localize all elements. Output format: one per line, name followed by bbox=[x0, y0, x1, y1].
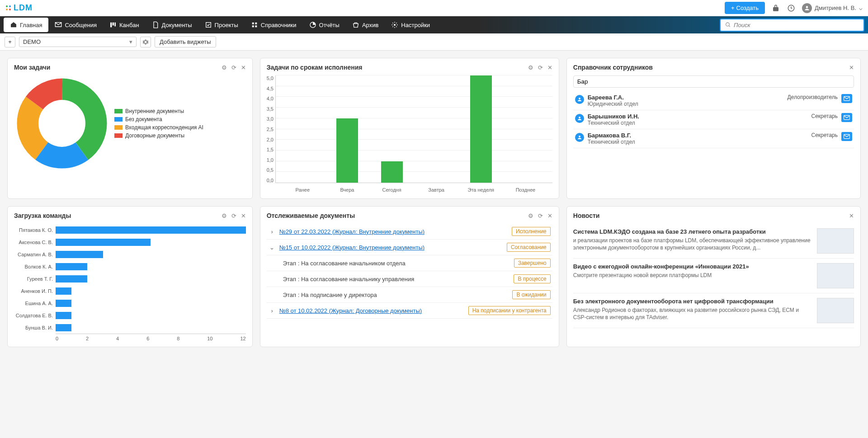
status-badge: Завершено bbox=[514, 259, 551, 268]
settings-button[interactable] bbox=[140, 37, 151, 47]
hbar-row: Солдатова Е. В. bbox=[14, 309, 246, 321]
refresh-icon[interactable]: ⟳ bbox=[538, 212, 543, 219]
lock-icon[interactable] bbox=[771, 4, 780, 13]
close-icon[interactable]: ✕ bbox=[241, 212, 246, 219]
barchart-yaxis: 0,00,51,01,52,02,53,03,54,04,55,0 bbox=[267, 75, 275, 193]
bar-xlabel: Эта неделя bbox=[468, 187, 495, 193]
mail-button[interactable] bbox=[841, 94, 852, 103]
brand-logo: LDM bbox=[5, 3, 33, 13]
news-item[interactable]: Видео с ежегодной онлайн-конференции «Ин… bbox=[573, 259, 854, 293]
svg-point-2 bbox=[6, 9, 8, 10]
close-icon[interactable]: ✕ bbox=[849, 212, 854, 219]
employee-role: Секретарь bbox=[811, 113, 838, 119]
nav-icon bbox=[10, 21, 17, 28]
dashboard-select[interactable]: DEMO bbox=[19, 37, 137, 47]
add-widgets-button[interactable]: Добавить виджеты bbox=[155, 36, 216, 47]
news-title: Система LDM.КЭДО создана на базе 23 летн… bbox=[573, 228, 811, 235]
widget-my-tasks: Мои задачи ⚙ ⟳ ✕ Внутренние документыБез… bbox=[7, 58, 253, 199]
nav-label: Сообщения bbox=[65, 22, 97, 28]
hbar-label: Аксенова С. В. bbox=[14, 240, 56, 245]
topbar: LDM + Создать Дмитриев Н. В. ⌵ bbox=[0, 0, 868, 16]
nav-label: Главная bbox=[20, 22, 42, 28]
employee-row[interactable]: Бареева Г.А.Юридический отделДелопроизво… bbox=[573, 91, 854, 110]
nav-icon bbox=[109, 21, 117, 28]
hbar-label: Гуреев Т. Г. bbox=[14, 276, 56, 282]
stage-text: Этап : На согласование начальником отдел… bbox=[283, 260, 510, 267]
gear-icon[interactable]: ⚙ bbox=[528, 212, 533, 219]
refresh-icon[interactable]: ⟳ bbox=[538, 64, 543, 71]
search-input[interactable] bbox=[734, 22, 859, 28]
close-icon[interactable]: ✕ bbox=[241, 64, 246, 71]
barchart-plot: РанееВчераСегодняЗавтраЭта неделяПозднее bbox=[275, 75, 552, 183]
hbar-label: Аненков И. П. bbox=[14, 288, 56, 294]
hbar-label: Ешина А. А. bbox=[14, 301, 56, 306]
mail-button[interactable] bbox=[841, 132, 852, 141]
employee-search-input[interactable] bbox=[573, 75, 854, 88]
doc-link[interactable]: №8 от 10.02.2022 (Журнал: Договорные док… bbox=[279, 307, 465, 314]
history-icon[interactable] bbox=[787, 4, 796, 13]
nav-label: Справочники bbox=[261, 22, 297, 28]
doc-link[interactable]: №15 от 10.02.2022 (Журнал: Внутренние до… bbox=[279, 244, 503, 251]
nav-icon bbox=[391, 21, 398, 28]
plus-icon: + bbox=[731, 5, 735, 11]
employee-row[interactable]: Бармакова В.Г.Технический отделСекретарь bbox=[573, 129, 854, 148]
user-menu[interactable]: Дмитриев Н. В. ⌵ bbox=[802, 3, 863, 13]
hbar-row: Пятакова К. О. bbox=[14, 224, 246, 236]
create-button[interactable]: + Создать bbox=[725, 2, 765, 14]
svg-point-11 bbox=[394, 24, 396, 26]
nav-item-4[interactable]: Проекты bbox=[198, 18, 245, 32]
news-item[interactable]: Система LDM.КЭДО создана на базе 23 летн… bbox=[573, 224, 854, 259]
doc-link[interactable]: №29 от 22.03.2022 (Журнал: Внутренние до… bbox=[279, 228, 508, 235]
news-title: Без электронного документооборота нет ци… bbox=[573, 298, 811, 305]
nav-item-8[interactable]: Настройки bbox=[385, 18, 436, 32]
expand-icon[interactable]: › bbox=[269, 307, 276, 314]
nav-label: Настройки bbox=[401, 22, 430, 28]
hbar-row: Ешина А. А. bbox=[14, 297, 246, 309]
nav-icon bbox=[352, 21, 359, 28]
nav-item-6[interactable]: Отчёты bbox=[303, 18, 346, 32]
news-item[interactable]: Без электронного документооборота нет ци… bbox=[573, 293, 854, 328]
global-search[interactable] bbox=[720, 19, 864, 32]
close-icon[interactable]: ✕ bbox=[547, 212, 552, 219]
svg-point-3 bbox=[9, 9, 11, 10]
chevron-down-icon: ⌵ bbox=[859, 5, 863, 11]
expand-icon[interactable]: › bbox=[269, 228, 276, 235]
refresh-icon[interactable]: ⟳ bbox=[231, 212, 236, 219]
status-badge: Согласование bbox=[507, 243, 551, 252]
employee-row[interactable]: Барышников И.Н.Технический отделСекретар… bbox=[573, 110, 854, 129]
add-dashboard-button[interactable]: + bbox=[5, 37, 15, 47]
nav-item-2[interactable]: Канбан bbox=[103, 18, 146, 32]
svg-rect-7 bbox=[113, 23, 114, 26]
nav-label: Отчёты bbox=[319, 22, 340, 28]
news-desc: Александр Родионов о факторах, влияющих … bbox=[573, 306, 811, 321]
nav-label: Канбан bbox=[119, 22, 139, 28]
gear-icon[interactable]: ⚙ bbox=[528, 64, 533, 71]
close-icon[interactable]: ✕ bbox=[547, 64, 552, 71]
gear-icon[interactable]: ⚙ bbox=[222, 64, 227, 71]
widget-title: Новости bbox=[573, 212, 600, 219]
close-icon[interactable]: ✕ bbox=[849, 64, 854, 71]
nav-icon bbox=[205, 21, 212, 28]
refresh-icon[interactable]: ⟳ bbox=[231, 64, 236, 71]
nav-item-3[interactable]: Документы bbox=[146, 18, 198, 32]
widget-title: Справочник сотрудников bbox=[573, 64, 653, 71]
widget-title: Задачи по срокам исполнения bbox=[267, 64, 363, 71]
news-title: Видео с ежегодной онлайн-конференции «Ин… bbox=[573, 263, 811, 270]
nav-item-0[interactable]: Главная bbox=[4, 18, 48, 32]
expand-icon[interactable]: ⌄ bbox=[269, 244, 276, 251]
main-nav: ГлавнаяСообщенияКанбанДокументыПроектыСп… bbox=[0, 16, 868, 33]
nav-item-5[interactable]: Справочники bbox=[245, 18, 303, 32]
gear-icon bbox=[142, 39, 149, 45]
gear-icon[interactable]: ⚙ bbox=[222, 212, 227, 219]
svg-point-22 bbox=[579, 136, 580, 137]
nav-item-1[interactable]: Сообщения bbox=[48, 18, 103, 32]
bar-xlabel: Вчера bbox=[340, 187, 354, 193]
nav-label: Архив bbox=[362, 22, 378, 28]
nav-item-7[interactable]: Архив bbox=[346, 18, 385, 32]
bar-xlabel: Сегодня bbox=[382, 187, 401, 193]
widget-deadlines: Задачи по срокам исполнения ⚙ ⟳ ✕ 0,00,5… bbox=[260, 58, 559, 199]
mail-button[interactable] bbox=[841, 113, 852, 122]
employee-role: Секретарь bbox=[811, 132, 838, 138]
status-badge: В ожидании bbox=[512, 290, 550, 299]
employee-dept: Юридический отдел bbox=[588, 101, 784, 107]
